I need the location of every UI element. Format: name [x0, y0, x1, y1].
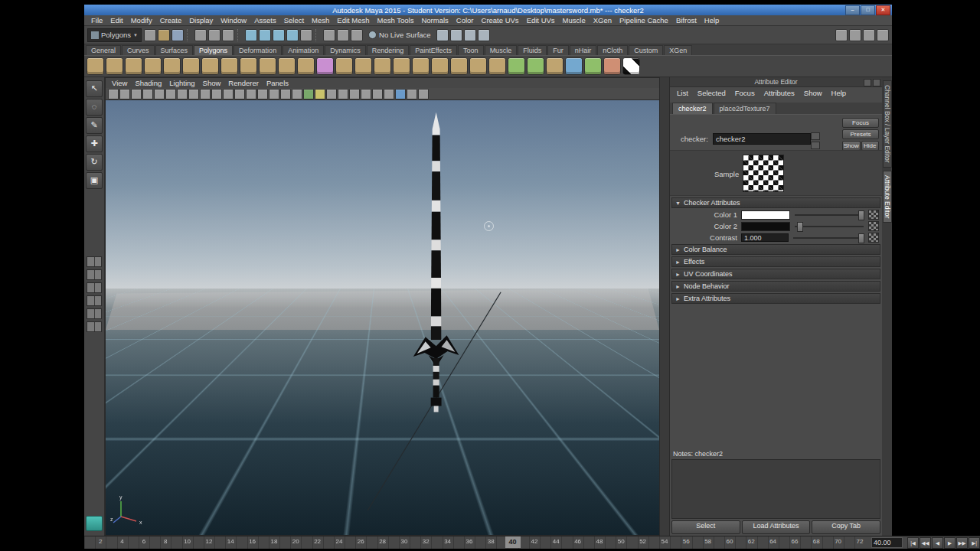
use-all-lights-icon[interactable] — [315, 89, 325, 99]
step-back-frame-button[interactable]: ◀◀ — [920, 537, 931, 549]
menu-display[interactable]: Display — [185, 16, 217, 24]
shelf-tab-toon[interactable]: Toon — [458, 45, 484, 55]
sculpt-tool-icon[interactable] — [603, 57, 621, 75]
panel-menu-shading[interactable]: Shading — [131, 79, 165, 87]
time-slider[interactable]: 2468101214161820222426283032343638404244… — [84, 536, 980, 549]
section-uv-coordinates[interactable]: ►UV Coordinates — [671, 269, 880, 279]
bookmarks-icon[interactable] — [142, 89, 153, 99]
wireframe-icon[interactable] — [280, 89, 291, 99]
menu-mesh[interactable]: Mesh — [308, 16, 333, 24]
menu-create[interactable]: Create — [156, 16, 186, 24]
grease-pencil-icon[interactable] — [188, 89, 199, 99]
show-attribute-editor-icon[interactable] — [863, 29, 875, 41]
poly-pyramid-icon[interactable] — [220, 57, 238, 75]
select-component-icon[interactable] — [222, 29, 234, 41]
multi-cut-icon[interactable] — [527, 57, 544, 75]
section-color-balance[interactable]: ►Color Balance — [671, 244, 880, 255]
extrude-icon[interactable] — [450, 57, 468, 75]
window-minimize-button[interactable]: – — [845, 5, 860, 15]
viewport-panel[interactable]: ViewShadingLightingShowRendererPanels — [105, 77, 660, 536]
panel-menu-panels[interactable]: Panels — [263, 79, 292, 87]
frame-label-64[interactable]: 64 — [769, 538, 776, 545]
frame-label-28[interactable]: 28 — [379, 538, 386, 545]
snap-curve-icon[interactable] — [259, 29, 271, 41]
ipr-render-icon[interactable] — [464, 29, 476, 41]
frame-label-66[interactable]: 66 — [791, 538, 798, 545]
poly-cylinder-icon[interactable] — [125, 57, 142, 75]
window-maximize-button[interactable]: □ — [861, 5, 875, 15]
frame-label-2[interactable]: 2 — [99, 538, 102, 545]
frame-label-50[interactable]: 50 — [618, 538, 625, 545]
window-close-button[interactable]: ✕ — [876, 5, 890, 15]
selection-mode-dropdown[interactable]: Polygons ▼ — [87, 28, 142, 42]
frame-label-22[interactable]: 22 — [314, 538, 321, 545]
bridge-icon[interactable] — [469, 57, 487, 75]
menu-select[interactable]: Select — [280, 16, 308, 24]
menu-window[interactable]: Window — [217, 16, 250, 24]
combine-icon[interactable] — [335, 57, 353, 75]
menu-xgen[interactable]: XGen — [590, 16, 616, 24]
poly-plane-icon[interactable] — [163, 57, 181, 75]
contrast-map-button[interactable] — [868, 233, 879, 243]
section-node-behavior[interactable]: ►Node Behavior — [671, 281, 880, 292]
color1-map-button[interactable] — [868, 210, 879, 220]
section-extra-attributes[interactable]: ►Extra Attributes — [671, 293, 880, 304]
play-backward-button[interactable]: ◀ — [932, 537, 943, 549]
frame-label-12[interactable]: 12 — [205, 538, 212, 545]
ae-menu-show[interactable]: Show — [799, 89, 827, 97]
snap-surface-icon[interactable] — [300, 29, 312, 41]
snap-grid-icon[interactable] — [245, 29, 257, 41]
move-tool-icon[interactable]: ✚ — [86, 135, 103, 152]
render-settings-icon[interactable] — [478, 29, 490, 41]
gamma-icon[interactable] — [418, 89, 429, 99]
shelf-tab-custom[interactable]: Custom — [629, 45, 663, 55]
panel-menu-lighting[interactable]: Lighting — [165, 79, 198, 87]
node-tab-checker2[interactable]: checker2 — [672, 103, 713, 114]
shelf-tab-muscle[interactable]: Muscle — [485, 45, 518, 55]
shelf-tab-painteffects[interactable]: PaintEffects — [410, 45, 457, 55]
shelf-tab-general[interactable]: General — [86, 45, 121, 55]
camera-attributes-icon[interactable] — [131, 89, 142, 99]
layout-hypershade-persp-icon[interactable] — [87, 321, 102, 332]
layout-single-pane-icon[interactable] — [87, 256, 102, 267]
frame-label-20[interactable]: 20 — [292, 538, 299, 545]
frame-label-46[interactable]: 46 — [574, 538, 581, 545]
node-tab-place2dtexture7[interactable]: place2dTexture7 — [714, 103, 776, 114]
frame-label-60[interactable]: 60 — [726, 538, 733, 545]
frame-label-36[interactable]: 36 — [466, 538, 472, 545]
quad-draw-icon[interactable] — [584, 57, 602, 75]
poly-cone-icon[interactable] — [144, 57, 162, 75]
section-effects[interactable]: ►Effects — [671, 256, 880, 267]
safe-action-icon[interactable] — [257, 89, 268, 99]
shadows-icon[interactable] — [326, 89, 337, 99]
presets-button[interactable]: Presets — [842, 129, 879, 139]
open-render-view-icon[interactable] — [436, 29, 449, 41]
image-plane-icon[interactable] — [154, 89, 165, 99]
frame-label-42[interactable]: 42 — [531, 538, 537, 545]
multisample-aa-icon[interactable] — [361, 89, 371, 99]
frame-label-68[interactable]: 68 — [813, 538, 820, 545]
append-to-polygon-icon[interactable] — [488, 57, 506, 75]
frame-label-52[interactable]: 52 — [639, 538, 646, 545]
play-forward-button[interactable]: ▶ — [944, 537, 956, 549]
sidebar-tab-channel-box-layer-editor[interactable]: Channel Box / Layer Editor — [883, 80, 892, 168]
frame-label-58[interactable]: 58 — [704, 538, 711, 545]
show-tool-settings-icon[interactable] — [877, 29, 889, 41]
resolution-gate-icon[interactable] — [223, 89, 234, 99]
layout-persp-outliner-icon[interactable] — [87, 282, 102, 293]
go-to-start-button[interactable]: |◀ — [907, 537, 919, 549]
copy-tab-button[interactable]: Copy Tab — [812, 520, 880, 534]
shelf-tab-xgen[interactable]: XGen — [664, 45, 692, 55]
insert-edge-loop-icon[interactable] — [508, 57, 525, 75]
gate-mask-icon[interactable] — [234, 89, 245, 99]
snap-point-icon[interactable] — [273, 29, 285, 41]
rotate-tool-icon[interactable]: ↻ — [86, 154, 103, 171]
panel-float-icon[interactable] — [873, 79, 880, 86]
menu-edit-uvs[interactable]: Edit UVs — [523, 16, 559, 24]
frame-label-70[interactable]: 70 — [835, 538, 841, 545]
frame-label-38[interactable]: 38 — [488, 538, 495, 545]
frame-label-54[interactable]: 54 — [661, 538, 668, 545]
oversampling-icon[interactable] — [177, 89, 188, 99]
node-swatch-icon[interactable] — [811, 142, 820, 149]
ae-menu-selected[interactable]: Selected — [693, 89, 730, 97]
